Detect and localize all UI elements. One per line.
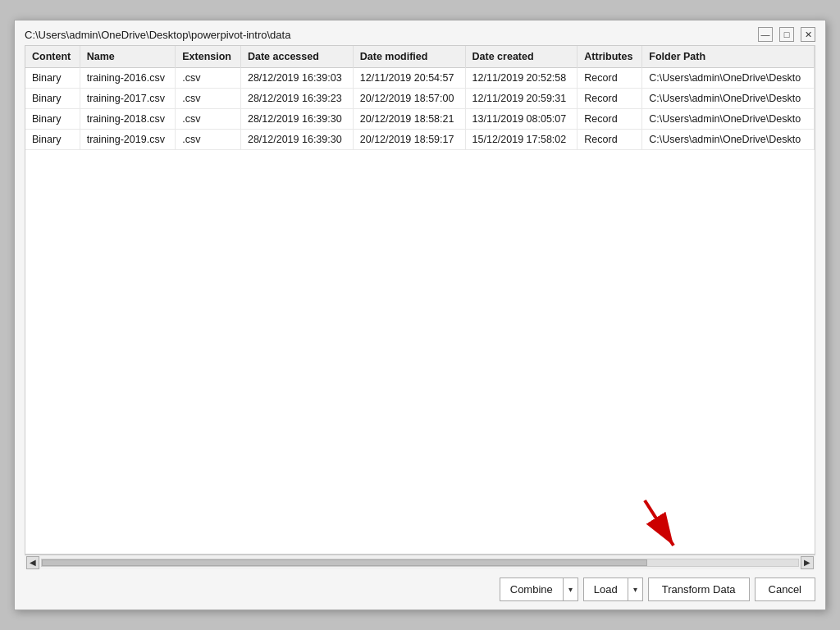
cell-folder_path: C:\Users\admin\OneDrive\Deskto [642,89,815,109]
cell-content: Binary [25,109,80,130]
table-container: Content Name Extension Date accessed Dat… [25,45,815,555]
cell-date_accessed: 28/12/2019 16:39:03 [240,68,353,89]
combine-button[interactable]: Combine [500,578,564,600]
col-header-date-accessed: Date accessed [240,46,353,68]
cell-folder_path: C:\Users\admin\OneDrive\Deskto [642,68,815,89]
cell-attributes: Record [578,68,642,89]
footer: Combine ▾ Load ▾ Transform Data Cancel [15,569,825,609]
cell-date_accessed: 28/12/2019 16:39:23 [240,89,353,109]
load-dropdown-button[interactable]: ▾ [628,578,642,600]
cell-extension: .csv [176,130,241,150]
cell-date_accessed: 28/12/2019 16:39:30 [240,109,353,130]
cell-date_created: 12/11/2019 20:52:58 [465,68,578,89]
horizontal-scrollbar[interactable]: ◀ ▶ [25,555,815,569]
load-split-button[interactable]: Load ▾ [583,578,643,601]
col-header-content: Content [25,46,80,68]
cell-name: training-2019.csv [80,130,176,150]
cell-name: training-2018.csv [80,109,176,130]
cell-date_created: 15/12/2019 17:58:02 [465,130,578,150]
cell-attributes: Record [578,130,642,150]
col-header-date-modified: Date modified [353,46,465,68]
cell-extension: .csv [176,89,241,109]
cell-date_modified: 20/12/2019 18:58:21 [353,109,465,130]
window-controls: — □ ✕ [758,27,815,42]
minimize-button[interactable]: — [758,27,773,42]
col-header-attributes: Attributes [578,46,642,68]
data-table: Content Name Extension Date accessed Dat… [25,46,815,150]
cell-date_modified: 20/12/2019 18:59:17 [353,130,465,150]
table-row[interactable]: Binarytraining-2016.csv.csv28/12/2019 16… [25,68,815,89]
cell-name: training-2017.csv [80,89,176,109]
cell-attributes: Record [578,109,642,130]
scroll-track[interactable] [41,559,799,567]
cell-attributes: Record [578,89,642,109]
cell-folder_path: C:\Users\admin\OneDrive\Deskto [642,130,815,150]
close-button[interactable]: ✕ [801,27,815,42]
table-row[interactable]: Binarytraining-2018.csv.csv28/12/2019 16… [25,109,815,130]
col-header-date-created: Date created [465,46,578,68]
cell-content: Binary [25,89,80,109]
table-scroll-area[interactable]: Content Name Extension Date accessed Dat… [25,46,815,554]
combine-split-button[interactable]: Combine ▾ [500,578,578,601]
col-header-name: Name [80,46,176,68]
cell-date_created: 13/11/2019 08:05:07 [465,109,578,130]
cell-content: Binary [25,68,80,89]
cell-extension: .csv [176,109,241,130]
cell-folder_path: C:\Users\admin\OneDrive\Deskto [642,109,815,130]
table-row[interactable]: Binarytraining-2017.csv.csv28/12/2019 16… [25,89,815,109]
table-header: Content Name Extension Date accessed Dat… [25,46,815,68]
scroll-thumb[interactable] [42,559,647,566]
maximize-button[interactable]: □ [779,27,794,42]
cell-content: Binary [25,130,80,150]
table-body: Binarytraining-2016.csv.csv28/12/2019 16… [25,68,815,150]
window-path: C:\Users\admin\OneDrive\Desktop\powerpiv… [25,29,290,41]
load-button[interactable]: Load [584,578,628,600]
cell-date_modified: 20/12/2019 18:57:00 [353,89,465,109]
col-header-extension: Extension [176,46,241,68]
cell-date_accessed: 28/12/2019 16:39:30 [240,130,353,150]
cell-date_created: 12/11/2019 20:59:31 [465,89,578,109]
main-window: C:\Users\admin\OneDrive\Desktop\powerpiv… [14,20,826,610]
cell-date_modified: 12/11/2019 20:54:57 [353,68,465,89]
combine-dropdown-button[interactable]: ▾ [564,578,578,600]
title-bar: C:\Users\admin\OneDrive\Desktop\powerpiv… [15,21,825,45]
scroll-left-button[interactable]: ◀ [26,556,39,569]
table-row[interactable]: Binarytraining-2019.csv.csv28/12/2019 16… [25,130,815,150]
cancel-button[interactable]: Cancel [755,578,815,601]
cell-name: training-2016.csv [80,68,176,89]
scroll-right-button[interactable]: ▶ [801,556,814,569]
col-header-folder-path: Folder Path [642,46,815,68]
cell-extension: .csv [176,68,241,89]
transform-data-button[interactable]: Transform Data [648,578,750,601]
